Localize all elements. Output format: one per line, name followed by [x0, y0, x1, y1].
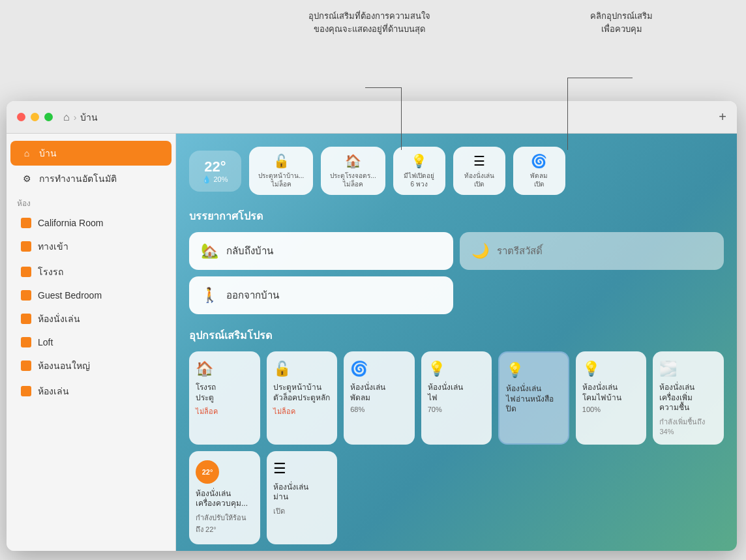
card-icon: 🌀 — [350, 361, 368, 377]
room-label: Loft — [38, 337, 53, 347]
card-status: 70% — [428, 405, 442, 413]
accessory-card[interactable]: 💡ห้องนั่งเล่นไฟอ่านหนังสือ ปิด — [498, 351, 569, 445]
accessory-card[interactable]: 🔓ประตูหน้าบ้านตัวล็อคประตูหลักไม่ล็อค — [267, 351, 338, 445]
room-icon — [21, 290, 31, 301]
accessory-label: ท้องนั่งเล่นเปิด — [464, 171, 494, 188]
sidebar-item-room[interactable]: ทางเข้า — [10, 234, 172, 259]
room-icon — [21, 267, 31, 277]
scenes-grid: 🏡กลับถึงบ้าน🌙ราตรีสวัสดิ์🚶ออกจากบ้าน — [189, 232, 724, 314]
bottom-accessory-card[interactable]: ☰ห้องนั่งเล่นม่านเปิด — [267, 451, 338, 544]
add-button[interactable]: + — [719, 110, 726, 125]
sidebar-item-room[interactable]: ห้องนั่งเล่น — [10, 306, 172, 331]
annotation-right: คลิกอุปกรณ์เสริม เพื่อควบคุม — [590, 10, 653, 35]
room-label: โรงรถ — [38, 265, 63, 279]
bottom-accessories-row: 22°ห้องนั่งเล่นเครื่องควบคุม...กำลังปรับ… — [189, 451, 724, 544]
scene-label: ราตรีสวัสดิ์ — [497, 243, 543, 259]
annotations-area: อุปกรณ์เสริมที่ต้องการความสนใจ ของคุณจะแ… — [176, 0, 746, 108]
card-name: ประตูหน้าบ้านตัวล็อคประตูหลัก — [273, 383, 330, 403]
card-icon: 🌫️ — [659, 361, 677, 377]
temperature: 22° — [204, 158, 226, 175]
home-icon: ⌂ — [63, 111, 70, 123]
card-name: ห้องนั่งเล่นโคมไฟบ้าน — [582, 383, 621, 403]
card-name: โรงรถประตู — [196, 383, 216, 403]
accessory-label: ประตูหน้าบ้าน...ไม่ล็อค — [258, 171, 304, 188]
scene-label: กลับถึงบ้าน — [226, 243, 273, 259]
accessory-icon: 💡 — [411, 153, 427, 169]
card-status: ไม่ล็อค — [273, 405, 295, 417]
accessory-card[interactable]: 💡ห้องนั่งเล่นโคมไฟบ้าน100% — [576, 351, 647, 445]
scene-icon: 🌙 — [471, 243, 489, 259]
scene-icon: 🏡 — [201, 243, 218, 259]
scene-card[interactable]: 🚶ออกจากบ้าน — [189, 276, 453, 314]
card-status: กำลังเพิ่มชื้นถึง 34% — [659, 416, 717, 435]
scenes-section-title: บรรยากาศโปรด — [189, 208, 724, 224]
titlebar-title: ⌂ › บ้าน — [63, 110, 98, 125]
minimize-button[interactable] — [31, 113, 39, 121]
scene-card[interactable]: 🏡กลับถึงบ้าน — [189, 232, 453, 270]
accessory-card[interactable]: 🌀ห้องนั่งเล่นพัดลม68% — [344, 351, 415, 445]
automation-icon: ⚙ — [21, 173, 33, 184]
card-status: กำลังปรับให้ร้อนถึง 22° — [196, 512, 254, 535]
room-label: ห้องเล่น — [38, 384, 69, 398]
close-button[interactable] — [17, 113, 25, 121]
room-label: ทางเข้า — [38, 239, 68, 254]
annotation-left: อุปกรณ์เสริมที่ต้องการความสนใจ ของคุณจะแ… — [308, 10, 430, 35]
top-accessory-item[interactable]: 🌀พัดลมเปิด — [513, 147, 565, 195]
sidebar-rooms-list: California Roomทางเข้าโรงรถGuest Bedroom… — [7, 213, 175, 404]
room-icon — [21, 361, 31, 371]
accessories-grid: 🏠โรงรถประตูไม่ล็อค🔓ประตูหน้าบ้านตัวล็อคป… — [189, 351, 724, 445]
accessory-icon: ☰ — [473, 153, 485, 169]
traffic-lights — [17, 113, 53, 121]
card-icon: 💡 — [506, 362, 524, 379]
top-accessory-item[interactable]: ☰ท้องนั่งเล่นเปิด — [453, 147, 505, 195]
sidebar-item-room[interactable]: Guest Bedroom — [10, 285, 172, 306]
room-icon — [21, 241, 31, 252]
top-accessory-item[interactable]: 🏠ประตูโรงจอดร...ไม่ล็อค — [321, 147, 385, 195]
sidebar-item-room[interactable]: ห้องเล่น — [10, 379, 172, 404]
card-icon: 💡 — [428, 361, 445, 377]
weather-card[interactable]: 22° 💧 20% — [189, 151, 241, 192]
card-status: 100% — [582, 405, 601, 413]
card-icon: 🏠 — [196, 361, 213, 377]
room-icon — [21, 386, 31, 396]
app-window: ⌂ › บ้าน + ⌂ บ้าน ⚙ การทำงานอัตโนมัติ ห้… — [7, 101, 737, 551]
card-name: ห้องนั่งเล่นเครื่องเพิ่มความชื้น — [659, 383, 717, 413]
top-acc-items: 🔓ประตูหน้าบ้าน...ไม่ล็อค🏠ประตูโรงจอดร...… — [249, 147, 565, 195]
accessory-card[interactable]: 💡ห้องนั่งเล่นไฟ70% — [421, 351, 492, 445]
card-name: ห้องนั่งเล่นไฟอ่านหนังสือ ปิด — [506, 384, 561, 415]
sidebar-item-room[interactable]: ห้องนอนใหญ่ — [10, 353, 172, 378]
bottom-accessory-card[interactable]: 22°ห้องนั่งเล่นเครื่องควบคุม...กำลังปรับ… — [189, 451, 260, 544]
top-accessory-item[interactable]: 🔓ประตูหน้าบ้าน...ไม่ล็อค — [249, 147, 313, 195]
main-content: ⌂ บ้าน ⚙ การทำงานอัตโนมัติ ห้อง Californ… — [7, 134, 737, 551]
sidebar-item-room[interactable]: California Room — [10, 213, 172, 233]
card-name: ห้องนั่งเล่นไฟ — [428, 383, 463, 403]
accessory-icon: 🌀 — [531, 153, 547, 169]
accessories-section-title: อุปกรณ์เสริมโปรด — [189, 327, 724, 344]
top-accessories-row: 22° 💧 20% 🔓ประตูหน้าบ้าน...ไม่ล็อค🏠ประตู… — [189, 147, 724, 195]
scene-label: ออกจากบ้าน — [226, 287, 279, 303]
room-label: ห้องนั่งเล่น — [38, 312, 80, 326]
scene-card[interactable]: 🌙ราตรีสวัสดิ์ — [460, 232, 724, 270]
accessory-icon: 🔓 — [273, 153, 290, 169]
card-name: ห้องนั่งเล่นม่าน — [273, 482, 308, 503]
card-icon: 🔓 — [273, 361, 291, 377]
sidebar-item-room[interactable]: โรงรถ — [10, 259, 172, 284]
drop-icon: 💧 — [202, 175, 211, 184]
room-label: ห้องนอนใหญ่ — [38, 359, 90, 373]
accessory-card[interactable]: 🌫️ห้องนั่งเล่นเครื่องเพิ่มความชื้นกำลังเ… — [653, 351, 724, 445]
top-accessory-item[interactable]: 💡มีไฟเปิดอยู่6 พวง — [393, 147, 445, 195]
sidebar-home-label: บ้าน — [39, 146, 57, 160]
room-icon — [21, 314, 31, 324]
maximize-button[interactable] — [44, 113, 53, 121]
accessory-card[interactable]: 🏠โรงรถประตูไม่ล็อค — [189, 351, 260, 445]
accessory-label: ประตูโรงจอดร...ไม่ล็อค — [330, 171, 376, 188]
card-name: ห้องนั่งเล่นพัดลม — [350, 383, 385, 403]
sidebar-item-automation[interactable]: ⚙ การทำงานอัตโนมัติ — [10, 166, 172, 191]
sidebar-item-room[interactable]: Loft — [10, 332, 172, 353]
card-status: 68% — [350, 405, 365, 413]
sidebar: ⌂ บ้าน ⚙ การทำงานอัตโนมัติ ห้อง Californ… — [7, 134, 176, 551]
sidebar-item-home[interactable]: ⌂ บ้าน — [10, 141, 172, 166]
humidity: 💧 20% — [202, 175, 228, 184]
room-icon — [21, 337, 31, 347]
sidebar-automation-label: การทำงานอัตโนมัติ — [39, 171, 117, 186]
